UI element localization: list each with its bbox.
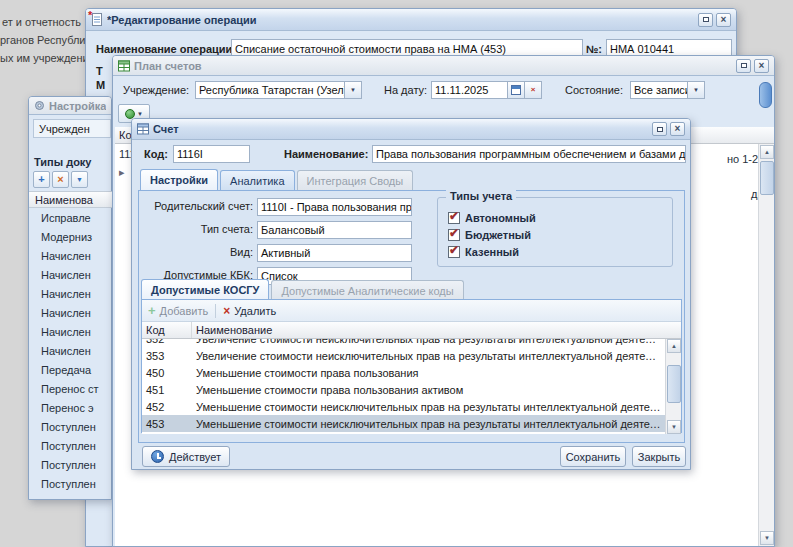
delete-kosgu-button[interactable]: × Удалить xyxy=(223,305,276,317)
maximize-button[interactable] xyxy=(652,122,667,136)
doc-type-row[interactable]: Поступлен xyxy=(29,455,113,474)
doc-type-row[interactable]: Перенос ст xyxy=(29,379,113,398)
checkbox[interactable]: ✔ xyxy=(448,246,460,258)
state-combo-trigger[interactable]: ▼ xyxy=(688,81,705,99)
account-window: Счет × Код: 1116I Наименование: Права по… xyxy=(131,118,691,470)
doc-type-row[interactable]: Начислен xyxy=(29,246,113,265)
account-tab[interactable]: Аналитика xyxy=(220,170,294,190)
doc-type-label: Поступлен xyxy=(41,421,96,433)
delete-icon: × xyxy=(57,174,63,185)
delete-button[interactable]: × xyxy=(52,171,69,188)
account-tab[interactable]: Интеграция Своды xyxy=(297,170,414,190)
doc-type-row[interactable]: Начислен xyxy=(29,341,113,360)
scroll-down-icon[interactable]: ▼ xyxy=(760,531,774,545)
close-button[interactable]: × xyxy=(716,13,731,27)
settings-title: Настройка о xyxy=(49,100,106,112)
kosgu-toolbar: + Добавить × Удалить xyxy=(142,300,681,322)
doc-type-row[interactable]: Поступлен xyxy=(29,417,113,436)
delete-button-label: Удалить xyxy=(234,305,276,317)
account-name-label: Наименование: xyxy=(284,145,368,163)
clear-date-button[interactable]: × xyxy=(525,81,542,99)
scroll-thumb[interactable] xyxy=(759,82,772,108)
chart-of-accounts-title: План счетов xyxy=(134,60,202,72)
add-kosgu-button[interactable]: + Добавить xyxy=(148,304,208,317)
close-button[interactable]: × xyxy=(754,59,769,73)
doc-type-row[interactable]: Поступлен xyxy=(29,474,113,493)
scroll-down-icon[interactable]: ▼ xyxy=(667,420,681,434)
check-icon: ✔ xyxy=(449,226,459,240)
scrollbar-thumb[interactable] xyxy=(760,161,774,195)
account-window-title: Счет xyxy=(153,123,179,135)
kosgu-code-cell: 352 xyxy=(142,339,192,345)
doc-type-row[interactable]: Передача xyxy=(29,360,113,379)
kosgu-grid-scrollbar[interactable]: ▲ ▼ xyxy=(665,339,681,434)
doc-type-row[interactable]: Начислен xyxy=(29,265,113,284)
kosgu-row[interactable]: 353 Увеличение стоимости неисключительны… xyxy=(142,347,665,364)
account-type-option[interactable]: ✔ Автономный xyxy=(438,209,672,226)
kosgu-tab[interactable]: Допустимые Аналитические коды xyxy=(271,280,463,300)
scrollbar-thumb[interactable] xyxy=(667,365,681,403)
add-button[interactable]: + xyxy=(33,171,50,188)
doc-types-column-header[interactable]: Наименова xyxy=(29,191,113,208)
code-column-header: Код xyxy=(146,324,165,336)
account-tab[interactable]: Настройки xyxy=(140,169,218,190)
field-value[interactable]: Балансовый xyxy=(257,221,412,239)
edit-operation-titlebar[interactable]: * *Редактирование операции × xyxy=(86,9,736,31)
document-icon: * xyxy=(91,13,103,26)
date-field[interactable]: 11.11.2025 xyxy=(431,81,508,99)
institution-label: Учреждение: xyxy=(123,81,189,99)
add-button-label: Добавить xyxy=(160,305,209,317)
kosgu-row[interactable]: 451 Уменьшение стоимости права пользован… xyxy=(142,381,665,398)
close-button[interactable]: × xyxy=(670,122,685,136)
account-name-field[interactable]: Права пользования программным обеспечени… xyxy=(372,145,686,163)
expand-arrow-icon[interactable]: ▸ xyxy=(119,166,125,179)
doc-type-row[interactable]: Исправле xyxy=(29,208,113,227)
account-code-field[interactable]: 1116I xyxy=(173,145,250,163)
doc-type-row[interactable]: Модерниз xyxy=(29,227,113,246)
field-value[interactable]: Активный xyxy=(257,244,412,262)
account-tabs: Настройки Аналитика Интеграция Своды xyxy=(140,169,413,190)
kosgu-grid-header[interactable]: Код Наименование xyxy=(142,322,681,339)
doc-type-row[interactable]: Поступлен xyxy=(29,436,113,455)
kosgu-row[interactable]: 452 Уменьшение стоимости неисключительны… xyxy=(142,398,665,415)
maximize-button[interactable] xyxy=(736,59,751,73)
settings-titlebar[interactable]: Настройка о xyxy=(29,97,111,115)
doc-type-row[interactable]: Перенос э xyxy=(29,398,113,417)
state-combo[interactable]: Все записи xyxy=(630,81,688,99)
doc-type-label: Перенос ст xyxy=(41,383,99,395)
tab-label: Допустимые КОСГУ xyxy=(151,284,259,296)
settings-window: Настройка о Учрежден Типы доку + × ▼ Наи… xyxy=(28,96,112,500)
account-titlebar[interactable]: Счет × xyxy=(132,119,690,140)
institution-combo-trigger[interactable]: ▼ xyxy=(345,81,362,99)
state-label: Состояние: xyxy=(565,81,623,99)
checkbox[interactable]: ✔ xyxy=(448,229,460,241)
edit-operation-title: *Редактирование операции xyxy=(107,14,257,26)
checkbox[interactable]: ✔ xyxy=(448,212,460,224)
dropdown-button[interactable]: ▼ xyxy=(71,171,88,188)
field-label: Тип счета: xyxy=(139,223,253,235)
chart-of-accounts-titlebar[interactable]: План счетов × xyxy=(113,56,774,76)
kosgu-row[interactable]: 453 Уменьшение стоимости неисключительны… xyxy=(142,415,665,432)
kosgu-row[interactable]: 352 Увеличение стоимости неисключительны… xyxy=(142,339,665,347)
institution-combo[interactable]: Республика Татарстан (Узел) xyxy=(195,81,345,99)
clock-status-icon xyxy=(151,450,164,463)
kosgu-name-cell: Уменьшение стоимости неисключительных пр… xyxy=(192,418,665,430)
status-button[interactable]: Действует xyxy=(142,446,230,467)
scroll-up-icon[interactable]: ▲ xyxy=(760,145,774,159)
account-type-option[interactable]: ✔ Бюджетный xyxy=(438,226,672,243)
kosgu-tab[interactable]: Допустимые КОСГУ xyxy=(141,279,269,300)
institution-panel[interactable]: Учрежден xyxy=(33,119,111,138)
calendar-button[interactable] xyxy=(508,81,525,99)
doc-type-row[interactable]: Начислен xyxy=(29,284,113,303)
accounts-grid-scrollbar[interactable]: ▲ ▼ xyxy=(758,144,774,546)
field-value[interactable]: 1110I - Права пользования прог xyxy=(257,198,412,216)
doc-type-row[interactable]: Начислен xyxy=(29,303,113,322)
scroll-up-icon[interactable]: ▲ xyxy=(667,339,681,353)
save-button[interactable]: Сохранить xyxy=(560,446,626,467)
maximize-button[interactable] xyxy=(698,13,713,27)
doc-type-row[interactable]: Начислен xyxy=(29,322,113,341)
kosgu-row[interactable]: 450 Уменьшение стоимости права пользован… xyxy=(142,364,665,381)
close-window-button[interactable]: Закрыть xyxy=(632,446,686,467)
account-type-option[interactable]: ✔ Казенный xyxy=(438,243,672,260)
close-icon: × xyxy=(721,15,727,25)
